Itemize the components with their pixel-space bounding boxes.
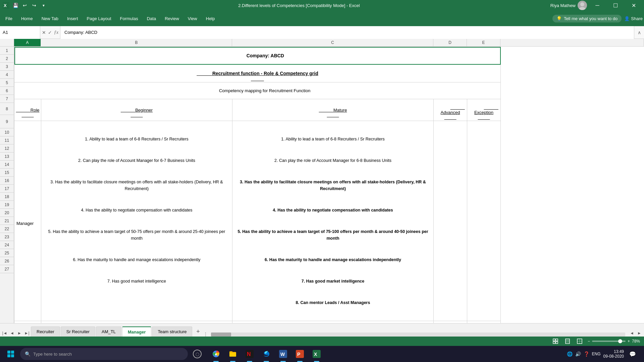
confirm-formula-icon[interactable]: ✓: [48, 30, 52, 35]
row-header-15[interactable]: 15: [0, 169, 14, 177]
row-header-9[interactable]: 9: [0, 115, 14, 128]
cell-a2-merged[interactable]: Recruitment function - Role & Competency…: [14, 65, 501, 82]
row-header-27[interactable]: 27: [0, 265, 14, 273]
taskbar-clock[interactable]: 13:49 09-08-2020: [603, 349, 624, 359]
row-header-2[interactable]: 2: [0, 55, 14, 63]
cell-a1-merged[interactable]: Company: ABCD: [14, 47, 501, 65]
col-header-a[interactable]: A: [14, 39, 41, 46]
row-header-3[interactable]: 3: [0, 63, 14, 71]
cell-exception-header[interactable]: Exception: [467, 99, 501, 121]
row-header-21[interactable]: 21: [0, 217, 14, 225]
zoom-slider[interactable]: [592, 341, 626, 342]
row-header-7[interactable]: 7: [0, 95, 14, 103]
cell-beginner-content[interactable]: 1. Ability to lead a team of 6-8 Recruit…: [41, 121, 232, 321]
taskbar-netflix-button[interactable]: N: [241, 346, 258, 362]
cancel-formula-icon[interactable]: ✕: [42, 30, 46, 35]
menu-data[interactable]: Data: [143, 14, 160, 23]
row-header-5[interactable]: 5: [0, 79, 14, 87]
sheet-nav-right[interactable]: ►: [16, 330, 23, 337]
row-header-22[interactable]: 22: [0, 225, 14, 233]
row-header-11[interactable]: 11: [0, 136, 14, 144]
help-icon[interactable]: ❓: [584, 351, 589, 357]
taskbar-excel-button[interactable]: X: [309, 346, 325, 362]
taskbar-search-bar[interactable]: 🔍 Type here to search: [20, 348, 188, 360]
col-header-c[interactable]: C: [232, 39, 433, 46]
scroll-thumb[interactable]: [211, 333, 231, 337]
save-qa-button[interactable]: 💾: [11, 1, 19, 9]
row-header-1[interactable]: 1: [0, 47, 14, 55]
cell-exception-content[interactable]: [467, 121, 501, 321]
normal-view-button[interactable]: [551, 337, 559, 345]
row-header-25[interactable]: 25: [0, 249, 14, 257]
start-button[interactable]: [3, 346, 19, 362]
menu-home[interactable]: Home: [17, 14, 37, 23]
col-header-d[interactable]: D: [433, 39, 467, 46]
cortana-button[interactable]: ◯: [189, 346, 205, 362]
close-button[interactable]: ✕: [626, 0, 641, 11]
row-header-10[interactable]: 10: [0, 128, 14, 136]
formula-expand-button[interactable]: ∧: [634, 26, 644, 39]
row-header-8[interactable]: 8: [0, 103, 14, 115]
row-header-13[interactable]: 13: [0, 153, 14, 161]
row-header-4[interactable]: 4: [0, 71, 14, 79]
lang-indicator[interactable]: ENG: [592, 352, 601, 356]
col-header-b[interactable]: B: [41, 39, 232, 46]
zoom-in-button[interactable]: +: [628, 339, 630, 344]
row-header-23[interactable]: 23: [0, 233, 14, 241]
row-header-17[interactable]: 17: [0, 185, 14, 193]
menu-pagelayout[interactable]: Page Layout: [83, 14, 115, 23]
redo-qa-button[interactable]: ↪: [30, 1, 38, 9]
menu-review[interactable]: Review: [161, 14, 183, 23]
menu-view[interactable]: View: [184, 14, 201, 23]
cell-mature-content[interactable]: 1. Ability to lead a team of 6-8 Recruit…: [232, 121, 434, 321]
row-header-20[interactable]: 20: [0, 209, 14, 217]
cell-advanced-header[interactable]: Advanced: [434, 99, 467, 121]
page-layout-button[interactable]: [564, 337, 572, 345]
taskbar-edge-button[interactable]: [258, 346, 274, 362]
taskbar-explorer-button[interactable]: [225, 346, 241, 362]
network-icon[interactable]: 🌐: [567, 351, 573, 357]
cell-a3-merged[interactable]: Competency mapping for Recruitment Funct…: [14, 82, 501, 99]
sheet-tab-recruiter[interactable]: Recruiter: [31, 326, 60, 337]
formula-input[interactable]: Company: ABCD: [60, 26, 634, 39]
sheet-nav-left-most[interactable]: |◄: [1, 330, 8, 337]
row-header-6[interactable]: 6: [0, 87, 14, 95]
insert-function-icon[interactable]: ƒx: [54, 30, 58, 35]
sheet-tab-manager[interactable]: Manager: [122, 326, 151, 337]
sheet-nav-left[interactable]: ◄: [9, 330, 15, 337]
sound-icon[interactable]: 🔊: [575, 351, 581, 357]
cell-beginner-header[interactable]: Beginner: [41, 99, 232, 121]
notification-button[interactable]: 💬: [627, 348, 639, 360]
undo-qa-button[interactable]: ↩: [21, 1, 29, 9]
maximize-button[interactable]: ☐: [608, 0, 623, 11]
row-header-18[interactable]: 18: [0, 193, 14, 201]
row-header-19[interactable]: 19: [0, 201, 14, 209]
qa-dropdown-button[interactable]: ▼: [40, 1, 48, 9]
taskbar-chrome-button[interactable]: [208, 346, 224, 362]
cell-advanced-content[interactable]: [434, 121, 467, 321]
row-header-12[interactable]: 12: [0, 144, 14, 153]
cell-reference-box[interactable]: A1: [0, 26, 40, 39]
horizontal-scrollbar[interactable]: [211, 333, 625, 337]
tell-me-box[interactable]: 💡 Tell me what you want to do: [552, 15, 622, 22]
menu-formulas[interactable]: Formulas: [116, 14, 142, 23]
zoom-out-button[interactable]: −: [588, 339, 590, 344]
menu-file[interactable]: File: [1, 14, 16, 23]
row-header-26[interactable]: 26: [0, 257, 14, 265]
sheet-tab-am-tl[interactable]: AM_TL: [96, 326, 121, 337]
cell-mature-header[interactable]: Mature: [232, 99, 434, 121]
hscroll-right-btn[interactable]: ►: [636, 330, 643, 337]
share-button[interactable]: 👤 Share: [624, 16, 643, 21]
hscroll-left-btn[interactable]: ◄: [629, 330, 635, 337]
sheet-tab-sr-recruiter[interactable]: Sr Recruiter: [61, 326, 95, 337]
row-header-16[interactable]: 16: [0, 177, 14, 185]
sheet-nav-right-most[interactable]: ►|: [23, 330, 30, 337]
sheet-tab-team-structure[interactable]: Team structure: [152, 326, 192, 337]
taskbar-word-button[interactable]: W: [275, 346, 291, 362]
menu-help[interactable]: Help: [202, 14, 219, 23]
row-header-24[interactable]: 24: [0, 241, 14, 249]
menu-insert[interactable]: Insert: [63, 14, 82, 23]
row-header-14[interactable]: 14: [0, 161, 14, 169]
minimize-button[interactable]: ─: [590, 0, 605, 11]
cell-role-header[interactable]: Role: [14, 99, 41, 121]
